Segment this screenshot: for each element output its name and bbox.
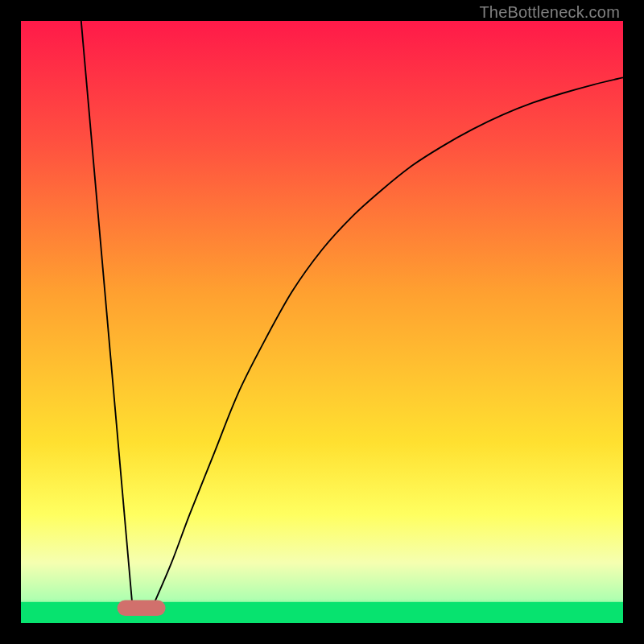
chart-svg — [21, 21, 623, 623]
watermark-text: TheBottleneck.com — [479, 3, 620, 22]
optimal-marker — [118, 601, 166, 616]
green-baseline-band — [21, 602, 623, 623]
chart-frame — [21, 21, 623, 623]
gradient-background — [21, 21, 623, 623]
